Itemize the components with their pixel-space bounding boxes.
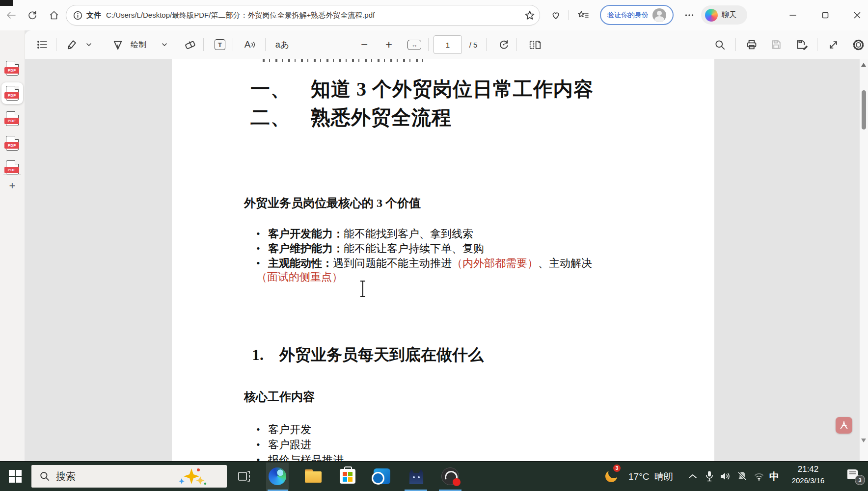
- window-minimize-button[interactable]: [786, 8, 800, 23]
- page-view-button[interactable]: [524, 30, 546, 59]
- window-maximize-button[interactable]: [818, 8, 833, 23]
- taskbar-search-box[interactable]: 搜索: [31, 465, 227, 488]
- refresh-icon: [27, 10, 38, 21]
- tray-overflow-button[interactable]: [685, 467, 700, 486]
- search-placeholder: 搜索: [56, 470, 76, 483]
- browser-essentials-button[interactable]: [548, 8, 563, 23]
- microsoft-store-button[interactable]: [338, 467, 357, 486]
- copilot-chat-button[interactable]: 聊天: [701, 5, 747, 25]
- task-view-button[interactable]: [235, 467, 253, 486]
- read-aloud-button[interactable]: A: [240, 30, 261, 59]
- list-item: 客户开发能力：能不能找到客户、拿到线索: [254, 227, 592, 241]
- toolbar-separator: [817, 38, 817, 51]
- scrollbar[interactable]: [860, 59, 868, 461]
- toolbar-separator: [233, 38, 233, 51]
- draw-options-button[interactable]: [158, 30, 171, 59]
- translate-button[interactable]: aあ: [271, 30, 294, 59]
- network-tray-button[interactable]: [751, 467, 767, 486]
- taskbar-edge-button[interactable]: [268, 467, 287, 486]
- toolbar-separator: [735, 38, 736, 51]
- store-icon: [340, 469, 355, 484]
- obs-studio-button[interactable]: [441, 467, 460, 486]
- copilot-chat-label: 聊天: [722, 10, 736, 20]
- home-button[interactable]: [47, 8, 61, 23]
- favorite-star-icon[interactable]: [525, 10, 535, 20]
- toolbar-separator: [265, 38, 266, 51]
- pdf-tab-1[interactable]: PDF: [1, 58, 23, 78]
- draw-pen-button[interactable]: [109, 30, 127, 59]
- page-total: / 5: [464, 30, 482, 59]
- scrollbar-thumb[interactable]: [862, 90, 866, 129]
- address-bar[interactable]: 文件 C:/Users/L/Desktop/最终版PDF/第二部分：外贸岗位全景…: [66, 5, 540, 26]
- pdf-viewer[interactable]: 一、 知道 3 个外贸岗位日常工作内容 二、 熟悉外贸全流程 外贸业务员岗位最核…: [25, 59, 860, 461]
- list-item: 主观能动性：遇到问题能不能主动推进（内外部都需要）、主动解决: [254, 256, 592, 271]
- doc-heading-2: 二、 熟悉外贸全流程: [250, 104, 452, 131]
- back-button[interactable]: [3, 8, 18, 23]
- chevron-up-icon: [688, 473, 697, 479]
- notifications-off-tray-button[interactable]: [734, 467, 750, 486]
- file-explorer-button[interactable]: [304, 467, 323, 486]
- acrobat-extension-button[interactable]: [836, 417, 852, 434]
- back-icon: [5, 10, 16, 21]
- new-tab-button[interactable]: +: [5, 179, 20, 193]
- page-number-input[interactable]: [434, 35, 462, 54]
- zoom-in-button[interactable]: +: [380, 30, 398, 59]
- bell-off-icon: [736, 470, 748, 482]
- rotate-page-button[interactable]: [494, 30, 514, 59]
- ime-indicator[interactable]: 中: [769, 470, 779, 483]
- cat-app-button[interactable]: [407, 467, 426, 486]
- table-of-contents-button[interactable]: [32, 30, 52, 59]
- fit-to-width-button[interactable]: ↔: [406, 30, 423, 59]
- start-button[interactable]: [9, 470, 22, 483]
- search-icon: [39, 471, 50, 482]
- chevron-down-icon: [85, 41, 92, 48]
- task-view-icon: [237, 469, 251, 484]
- rotate-icon: [498, 39, 510, 51]
- notification-center-button[interactable]: 3: [847, 468, 862, 483]
- window-close-button[interactable]: [850, 8, 865, 23]
- screen-corner-artifact: [0, 0, 13, 6]
- fit-width-icon: ↔: [407, 40, 421, 50]
- pdf-tab-2-active[interactable]: PDF: [1, 82, 23, 104]
- pdf-page: 一、 知道 3 个外贸岗位日常工作内容 二、 熟悉外贸全流程 外贸业务员岗位最核…: [172, 59, 714, 461]
- copilot-icon: [705, 9, 718, 22]
- save-as-button[interactable]: [791, 30, 813, 59]
- clock[interactable]: 21:42 2026/3/16: [784, 465, 833, 485]
- clock-date: 2026/3/16: [784, 476, 833, 485]
- save-button[interactable]: [766, 30, 787, 59]
- pdf-search-button[interactable]: [710, 30, 730, 59]
- print-button[interactable]: [741, 30, 762, 59]
- weather-text[interactable]: 17°C 晴朗: [628, 470, 673, 483]
- pdf-tab-5[interactable]: PDF: [1, 158, 23, 178]
- add-text-button[interactable]: T: [210, 30, 230, 59]
- favorites-bar-button[interactable]: [576, 8, 591, 23]
- fullscreen-button[interactable]: [823, 30, 843, 59]
- eraser-button[interactable]: [181, 30, 200, 59]
- volume-tray-button[interactable]: [718, 467, 732, 486]
- scroll-down-arrow-icon[interactable]: [861, 439, 866, 442]
- doc-heading-1: 一、 知道 3 个外贸岗位日常工作内容: [250, 76, 594, 103]
- toolbar-separator: [516, 38, 517, 51]
- verify-identity-button[interactable]: 验证你的身份: [600, 5, 674, 25]
- pdf-settings-button[interactable]: [847, 30, 868, 59]
- red-note: （面试的侧重点）: [256, 270, 343, 284]
- address-url-text: C:/Users/L/Desktop/最终版PDF/第二部分：外贸岗位全景拆解+…: [106, 11, 525, 20]
- weather-button[interactable]: 3: [605, 468, 619, 482]
- highlighter-button[interactable]: [62, 30, 81, 59]
- microphone-icon: [705, 470, 714, 482]
- pdf-tab-4[interactable]: PDF: [1, 133, 23, 153]
- core-title: 核心工作内容: [244, 389, 315, 405]
- home-icon: [49, 10, 59, 21]
- draw-label[interactable]: 绘制: [126, 30, 151, 59]
- outlook-button[interactable]: [373, 467, 391, 486]
- microphone-tray-button[interactable]: [702, 467, 717, 486]
- settings-more-button[interactable]: [682, 8, 697, 23]
- refresh-button[interactable]: [25, 8, 40, 23]
- maximize-icon: [820, 10, 831, 21]
- zoom-out-button[interactable]: −: [355, 30, 373, 59]
- browser-toolbar: 文件 C:/Users/L/Desktop/最终版PDF/第二部分：外贸岗位全景…: [0, 0, 868, 30]
- weather-badge: 3: [613, 465, 621, 472]
- scroll-up-arrow-icon[interactable]: [861, 63, 866, 67]
- pdf-tab-3[interactable]: PDF: [1, 109, 23, 129]
- highlighter-options-button[interactable]: [82, 30, 95, 59]
